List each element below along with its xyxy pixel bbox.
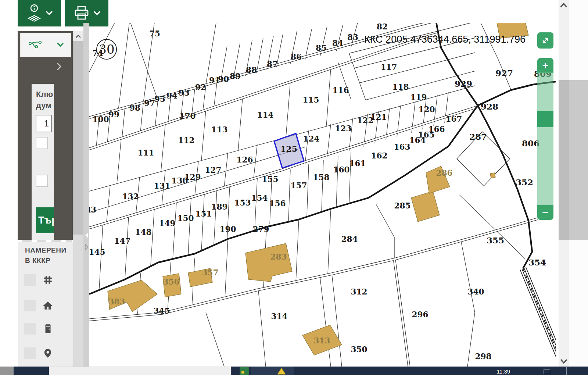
scroll-down-button[interactable] <box>559 358 568 367</box>
parcel-label: 155 <box>262 175 279 184</box>
parcel-label: 354 <box>528 257 546 267</box>
scroll-up-button[interactable] <box>559 2 568 11</box>
panel-expand-arrow[interactable] <box>56 62 65 72</box>
collapse-left-icon[interactable] <box>85 232 89 239</box>
parcel-label: 313 <box>314 336 330 345</box>
taskbar-app-button[interactable] <box>251 367 294 375</box>
parcel-label: 145 <box>89 247 105 257</box>
keyword-checkbox-2[interactable] <box>36 175 48 187</box>
parcel-label: 283 <box>270 252 287 261</box>
cabinet-icon <box>43 324 53 334</box>
expand-icon <box>541 36 550 45</box>
parcel-label: 89 <box>230 72 241 81</box>
parcel-label: 150 <box>178 214 194 223</box>
sidebar-scroll-up-button[interactable] <box>73 31 83 41</box>
major-road-lines <box>89 23 556 294</box>
parcel-label: 149 <box>159 219 176 228</box>
parcel-label: 127 <box>205 165 222 175</box>
chevron-down-icon <box>57 43 64 47</box>
crs-coordinate-readout: ККС 2005 4736344.665, 311991.796 <box>349 34 526 45</box>
parcel-label: 340 <box>468 287 484 296</box>
parcel-label: 158 <box>313 173 330 182</box>
keywords-label-line1: Клю <box>36 89 54 100</box>
parcel-label: 161 <box>349 159 366 168</box>
parcel-label: 131 <box>154 181 171 190</box>
parcel-label: 123 <box>335 124 352 133</box>
layers-info-icon <box>26 4 42 23</box>
layers-info-toolbar-button[interactable] <box>18 0 61 26</box>
parcel-label: 350 <box>351 345 368 354</box>
taskbar-window-strip[interactable] <box>49 367 231 375</box>
found-in-kkkr-panel: НАМЕРЕНИ В КККР <box>18 242 73 367</box>
chevron-down-icon <box>94 11 100 15</box>
parcel-label: 125 <box>280 144 297 154</box>
panel-collapse-strip <box>83 23 89 367</box>
tray-button[interactable] <box>544 369 550 374</box>
grid-icon <box>43 275 53 285</box>
measure-tool-button[interactable] <box>20 33 71 57</box>
parcel-label: 357 <box>202 268 219 277</box>
parcel-label: 312 <box>351 287 368 296</box>
buildings-checkbox[interactable] <box>24 300 36 311</box>
parcel-label: 148 <box>135 228 152 237</box>
parcel-label: 157 <box>291 181 307 190</box>
parcel-label: 75 <box>149 29 160 38</box>
parcel-label: 95 <box>154 94 165 104</box>
parcel-label: 115 <box>303 95 319 104</box>
parcel-label: 114 <box>257 110 274 119</box>
parcel-label: 120 <box>419 105 435 114</box>
parcel-label: 85 <box>316 43 327 53</box>
zoom-out-button[interactable]: − <box>537 205 553 220</box>
parcel-label: 284 <box>341 235 358 244</box>
zoom-slider-track[interactable] <box>537 72 553 207</box>
parcel-label: 287 <box>469 132 487 142</box>
keyword-checkbox-1[interactable] <box>36 137 48 149</box>
app-screen: 3075748283848586878889909192939495979899… <box>0 0 588 375</box>
parcel-label: 87 <box>267 60 278 69</box>
zoom-in-button[interactable]: + <box>537 58 553 73</box>
parcel-label: 118 <box>392 82 409 92</box>
parcel-label: 100 <box>93 115 109 124</box>
parcel-label: 112 <box>178 136 195 145</box>
parcel-label: 82 <box>377 23 388 31</box>
zoom-slider-handle[interactable] <box>537 111 553 127</box>
spline-tool-icon <box>28 40 43 50</box>
units-checkbox[interactable] <box>24 323 36 335</box>
chevron-down-icon <box>46 11 53 15</box>
parcel-label: 147 <box>114 236 131 246</box>
keyword-input[interactable] <box>36 115 52 132</box>
outer-scroll-block <box>569 80 588 240</box>
keywords-panel: Клю дум Тър <box>32 84 54 240</box>
sidebar-scrollbar-thumb[interactable] <box>73 41 83 235</box>
sidebar-notch <box>66 240 72 242</box>
found-row-parcels <box>18 274 73 286</box>
map-viewport[interactable]: 3075748283848586878889909192939495979899… <box>89 23 556 367</box>
fullscreen-button[interactable] <box>537 32 553 49</box>
points-checkbox[interactable] <box>24 347 36 359</box>
parcel-label: 97 <box>144 99 155 108</box>
parcel-label: 153 <box>234 198 251 207</box>
cadastral-map-svg[interactable]: 3075748283848586878889909192939495979899… <box>89 23 556 367</box>
parcels-checkbox[interactable] <box>24 274 36 286</box>
tools-sidebar: Клю дум Тър <box>18 31 73 240</box>
parcel-label: 116 <box>333 86 349 95</box>
parcel-label: 279 <box>253 225 269 234</box>
parcel-label: 286 <box>436 168 453 178</box>
collapse-right-icon[interactable] <box>85 243 89 251</box>
parcel-label: 355 <box>487 235 504 245</box>
parcel-label: 927 <box>495 68 513 78</box>
chevron-down-icon <box>559 358 568 365</box>
parcel-number-labels: 7574828384858687888990919293949597989910… <box>89 23 552 361</box>
chevron-up-icon <box>559 2 568 9</box>
parcel-label: 132 <box>122 192 139 201</box>
map-vertical-scrollbar-thumb[interactable] <box>559 80 569 240</box>
parcel-label: 156 <box>269 199 286 208</box>
taskbar-green-app-icon[interactable] <box>240 367 249 375</box>
warning-triangle-icon[interactable] <box>277 367 286 375</box>
found-row-points <box>18 347 73 360</box>
printer-icon <box>73 5 90 21</box>
parcel-label: 92 <box>195 83 206 92</box>
parcel-label: 154 <box>251 193 268 203</box>
search-button[interactable]: Тър <box>36 207 54 233</box>
clock[interactable]: 11:39 <box>491 368 516 375</box>
